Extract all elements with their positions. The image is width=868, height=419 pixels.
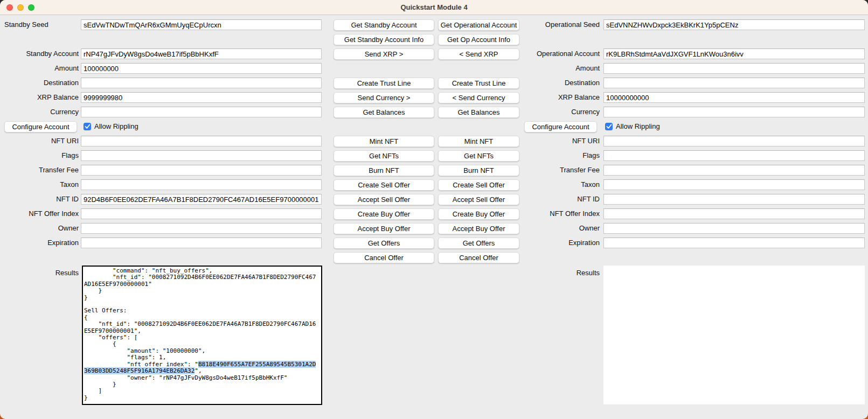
- operational-allow-rippling-checkbox[interactable]: [605, 123, 613, 130]
- standby-create-trust-line-button[interactable]: Create Trust Line: [334, 78, 434, 89]
- standby-currency-input[interactable]: [81, 107, 322, 117]
- operational-owner-label: Owner: [515, 223, 600, 234]
- operational-account-label: Operational Account: [515, 48, 600, 59]
- operational-transfer-fee-input[interactable]: [603, 165, 865, 176]
- operational-seed-label: Operational Seed: [515, 19, 600, 30]
- standby-transfer-fee-label: Transfer Fee: [0, 165, 79, 176]
- standby-allow-rippling-label: Allow Rippling: [94, 121, 138, 132]
- get-standby-account-button[interactable]: Get Standby Account: [334, 19, 434, 31]
- operational-create-sell-offer-button[interactable]: Create Sell Offer: [438, 179, 519, 191]
- standby-create-buy-offer-button[interactable]: Create Buy Offer: [334, 208, 434, 220]
- operational-seed-input[interactable]: [603, 19, 865, 30]
- operational-configure-account-button[interactable]: Configure Account: [524, 121, 597, 132]
- operational-accept-sell-offer-button[interactable]: Accept Sell Offer: [438, 194, 519, 205]
- title-bar: Quickstart Module 4: [0, 0, 868, 15]
- checkmark-icon: [606, 124, 612, 129]
- standby-currency-label: Currency: [0, 107, 79, 117]
- standby-expiration-label: Expiration: [0, 238, 79, 248]
- standby-owner-label: Owner: [0, 223, 79, 234]
- standby-get-nfts-button[interactable]: Get NFTs: [334, 150, 434, 162]
- standby-nft-id-label: NFT ID: [0, 194, 79, 205]
- operational-amount-input[interactable]: [603, 63, 865, 74]
- standby-mint-nft-button[interactable]: Mint NFT: [334, 136, 434, 147]
- operational-taxon-input[interactable]: [603, 179, 865, 190]
- standby-configure-account-button[interactable]: Configure Account: [4, 121, 77, 132]
- standby-get-offers-button[interactable]: Get Offers: [334, 238, 434, 249]
- operational-get-nfts-button[interactable]: Get NFTs: [438, 150, 519, 162]
- standby-cancel-offer-button[interactable]: Cancel Offer: [334, 252, 434, 263]
- standby-nft-offer-index-input[interactable]: [81, 208, 322, 219]
- standby-taxon-input[interactable]: [81, 179, 322, 190]
- operational-expiration-input[interactable]: [603, 238, 865, 248]
- standby-destination-input[interactable]: [81, 78, 322, 88]
- operational-nft-id-label: NFT ID: [515, 194, 600, 205]
- operational-mint-nft-button[interactable]: Mint NFT: [438, 136, 519, 147]
- standby-owner-input[interactable]: [81, 223, 322, 234]
- operational-allow-rippling-label: Allow Rippling: [616, 121, 660, 132]
- send-currency-left-button[interactable]: < Send Currency: [438, 92, 519, 103]
- operational-create-buy-offer-button[interactable]: Create Buy Offer: [438, 208, 519, 220]
- standby-nft-uri-label: NFT URI: [0, 136, 79, 146]
- standby-amount-label: Amount: [0, 63, 79, 74]
- standby-account-label: Standby Account: [0, 48, 79, 59]
- operational-amount-label: Amount: [515, 63, 600, 74]
- operational-taxon-label: Taxon: [515, 179, 600, 190]
- send-xrp-left-button[interactable]: < Send XRP: [438, 48, 519, 60]
- standby-flags-label: Flags: [0, 150, 79, 161]
- operational-nft-offer-index-label: NFT Offer Index: [515, 208, 600, 219]
- standby-xrp-balance-label: XRP Balance: [0, 92, 79, 103]
- standby-burn-nft-button[interactable]: Burn NFT: [334, 165, 434, 176]
- standby-seed-input[interactable]: [81, 19, 322, 30]
- standby-destination-label: Destination: [0, 78, 79, 88]
- operational-nft-id-input[interactable]: [603, 194, 865, 205]
- standby-expiration-input[interactable]: [81, 238, 322, 248]
- standby-transfer-fee-input[interactable]: [81, 165, 322, 176]
- operational-account-input[interactable]: [603, 48, 865, 59]
- operational-nft-offer-index-input[interactable]: [603, 208, 865, 219]
- standby-nft-uri-input[interactable]: [81, 136, 322, 146]
- window-title: Quickstart Module 4: [0, 0, 868, 15]
- operational-nft-uri-label: NFT URI: [515, 136, 600, 146]
- send-currency-right-button[interactable]: Send Currency >: [334, 92, 434, 103]
- operational-destination-label: Destination: [515, 78, 600, 88]
- operational-burn-nft-button[interactable]: Burn NFT: [438, 165, 519, 176]
- standby-flags-input[interactable]: [81, 150, 322, 161]
- operational-destination-input[interactable]: [603, 78, 865, 88]
- operational-nft-uri-input[interactable]: [603, 136, 865, 146]
- operational-currency-label: Currency: [515, 107, 600, 117]
- operational-flags-input[interactable]: [603, 150, 865, 161]
- app-window: Quickstart Module 4 Standby Seed Standby…: [0, 0, 868, 419]
- standby-accept-buy-offer-button[interactable]: Accept Buy Offer: [334, 223, 434, 234]
- operational-get-balances-button[interactable]: Get Balances: [438, 107, 519, 118]
- operational-owner-input[interactable]: [603, 223, 865, 234]
- operational-xrp-balance-input[interactable]: [603, 92, 865, 103]
- standby-create-sell-offer-button[interactable]: Create Sell Offer: [334, 179, 434, 191]
- operational-flags-label: Flags: [515, 150, 600, 161]
- standby-allow-rippling-checkbox[interactable]: [84, 123, 91, 130]
- checkmark-icon: [85, 124, 91, 129]
- standby-nft-offer-index-label: NFT Offer Index: [0, 208, 79, 219]
- standby-results-textarea[interactable]: "command": "nft_buy_offers", "nft_id": "…: [82, 266, 322, 405]
- standby-amount-input[interactable]: [81, 63, 322, 74]
- operational-currency-input[interactable]: [603, 107, 865, 117]
- get-standby-account-info-button[interactable]: Get Standby Account Info: [334, 34, 434, 45]
- standby-results-label: Results: [0, 268, 79, 278]
- standby-get-balances-button[interactable]: Get Balances: [334, 107, 434, 118]
- operational-expiration-label: Expiration: [515, 238, 600, 248]
- get-op-account-info-button[interactable]: Get Op Account Info: [438, 34, 519, 45]
- get-operational-account-button[interactable]: Get Operational Account: [438, 19, 519, 31]
- standby-taxon-label: Taxon: [0, 179, 79, 190]
- operational-create-trust-line-button[interactable]: Create Trust Line: [438, 78, 519, 89]
- results-text-before: "command": "nft_buy_offers", "nft_id": "…: [84, 267, 316, 368]
- standby-accept-sell-offer-button[interactable]: Accept Sell Offer: [334, 194, 434, 205]
- standby-nft-id-input[interactable]: [81, 194, 322, 205]
- operational-results-textarea[interactable]: [603, 266, 865, 404]
- operational-get-offers-button[interactable]: Get Offers: [438, 238, 519, 249]
- standby-xrp-balance-input[interactable]: [81, 92, 322, 103]
- operational-xrp-balance-label: XRP Balance: [515, 92, 600, 103]
- operational-results-label: Results: [515, 268, 600, 278]
- send-xrp-right-button[interactable]: Send XRP >: [334, 48, 434, 60]
- operational-cancel-offer-button[interactable]: Cancel Offer: [438, 252, 519, 263]
- standby-account-input[interactable]: [81, 48, 322, 59]
- operational-accept-buy-offer-button[interactable]: Accept Buy Offer: [438, 223, 519, 234]
